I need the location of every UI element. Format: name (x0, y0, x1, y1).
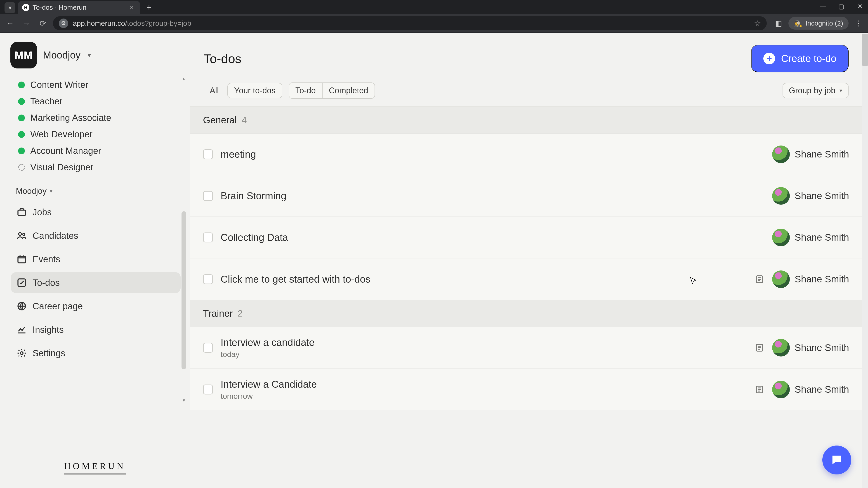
filter-status-pair: To-do Completed (289, 83, 375, 99)
url-text: app.homerun.co/todos?group-by=job (73, 19, 749, 28)
avatar (772, 187, 790, 205)
todo-row[interactable]: Click me to get started with to-dos Shan… (190, 258, 862, 300)
section-count: 2 (238, 308, 243, 319)
status-dot-icon (18, 148, 25, 154)
assignee[interactable]: Shane Smith (772, 229, 849, 246)
filter-todo[interactable]: To-do (289, 83, 322, 98)
section-title: Trainer (203, 308, 232, 319)
todo-checkbox[interactable] (203, 149, 213, 159)
section-count: 4 (242, 115, 247, 125)
todo-list: General 4 meeting Shane Smith Brain Stor… (190, 107, 862, 488)
nav-settings[interactable]: Settings (11, 343, 181, 363)
create-todo-button[interactable]: + Create to-do (751, 45, 848, 72)
assignee[interactable]: Shane Smith (772, 339, 849, 357)
forward-button[interactable]: → (20, 17, 33, 29)
filter-completed[interactable]: Completed (322, 83, 375, 98)
assignee[interactable]: Shane Smith (772, 187, 849, 205)
svg-rect-0 (18, 210, 26, 216)
intercom-launcher[interactable] (822, 446, 851, 475)
todo-row[interactable]: Interview a Candidate tomorrow Shane Smi… (190, 369, 862, 410)
status-dot-draft-icon (18, 164, 25, 171)
group-by-dropdown[interactable]: Group by job ▾ (782, 83, 848, 98)
todo-checkbox[interactable] (203, 232, 213, 242)
back-button[interactable]: ← (4, 17, 16, 29)
gear-icon (16, 348, 27, 359)
note-icon[interactable] (754, 385, 765, 394)
plus-icon: + (763, 53, 775, 64)
job-label: Web Developer (30, 129, 92, 139)
briefcase-icon (16, 207, 27, 218)
nav-insights[interactable]: Insights (11, 319, 181, 340)
job-item-teacher[interactable]: Teacher (0, 93, 190, 109)
close-window-icon[interactable]: ✕ (856, 3, 864, 10)
scroll-up-icon[interactable]: ▴ (182, 76, 185, 82)
job-item-marketing-associate[interactable]: Marketing Associate (0, 109, 190, 126)
brand-wordmark: HOMERUN (64, 461, 125, 475)
assignee-name: Shane Smith (795, 232, 849, 243)
todo-checkbox[interactable] (203, 274, 213, 284)
assignee[interactable]: Shane Smith (772, 381, 849, 398)
status-dot-icon (18, 115, 25, 121)
browser-menu-icon[interactable]: ⋮ (853, 18, 864, 29)
job-label: Teacher (30, 96, 62, 106)
close-tab-icon[interactable]: × (130, 4, 134, 11)
address-bar[interactable]: ⚙ app.homerun.co/todos?group-by=job ☆ (53, 16, 767, 30)
todo-title: Brain Storming (221, 190, 286, 201)
job-label: Visual Designer (30, 162, 93, 172)
todo-checkbox[interactable] (203, 385, 213, 394)
nav-career-page[interactable]: Career page (11, 296, 181, 317)
job-list: ▴ Content Writer Teacher Marketing Assoc… (0, 76, 190, 175)
scroll-down-icon[interactable]: ▾ (183, 397, 185, 403)
site-info-icon[interactable]: ⚙ (59, 19, 68, 28)
minimize-icon[interactable]: — (819, 3, 827, 10)
assignee-name: Shane Smith (795, 149, 849, 160)
job-item-visual-designer[interactable]: Visual Designer (0, 159, 190, 175)
todo-checkbox[interactable] (203, 191, 213, 201)
new-tab-button[interactable]: + (144, 3, 154, 12)
incognito-indicator[interactable]: 🕵 Incognito (2) (788, 17, 848, 30)
note-icon[interactable] (754, 274, 765, 284)
job-item-content-writer[interactable]: Content Writer (0, 76, 190, 93)
assignee[interactable]: Shane Smith (772, 270, 849, 288)
avatar (772, 229, 790, 246)
filter-all[interactable]: All (204, 83, 225, 98)
sidebar-scrollbar[interactable]: ▾ (181, 150, 186, 403)
nav-candidates[interactable]: Candidates (11, 225, 181, 246)
assignee[interactable]: Shane Smith (772, 145, 849, 163)
maximize-icon[interactable]: ▢ (837, 3, 845, 10)
nav-jobs[interactable]: Jobs (11, 202, 181, 223)
avatar (772, 145, 790, 163)
org-switcher[interactable]: MM Moodjoy ▾ (0, 42, 190, 76)
job-item-web-developer[interactable]: Web Developer (0, 126, 190, 142)
sidebar-section-label: Moodjoy (16, 186, 46, 196)
job-item-account-manager[interactable]: Account Manager (0, 142, 190, 159)
svg-point-1 (19, 233, 22, 235)
sidebar-section-toggle[interactable]: Moodjoy ▾ (0, 175, 190, 200)
side-panel-icon[interactable]: ◧ (773, 18, 784, 29)
todo-row[interactable]: Brain Storming Shane Smith (190, 175, 862, 217)
section-header-general[interactable]: General 4 (190, 107, 862, 134)
tab-title: To-dos · Homerun (33, 4, 86, 11)
section-header-trainer[interactable]: Trainer 2 (190, 300, 862, 327)
todo-row[interactable]: Interview a candidate today Shane Smith (190, 327, 862, 369)
tab-search-button[interactable]: ▾ (4, 2, 16, 13)
filter-your-todos[interactable]: Your to-dos (227, 83, 282, 98)
note-icon[interactable] (754, 343, 765, 353)
nav-events[interactable]: Events (11, 249, 181, 269)
nav-label: To-dos (33, 278, 60, 288)
users-icon (16, 230, 27, 241)
todo-row[interactable]: meeting Shane Smith (190, 134, 862, 175)
incognito-icon: 🕵 (794, 20, 802, 27)
nav-todos[interactable]: To-dos (11, 272, 181, 293)
todo-title: meeting (221, 149, 256, 160)
avatar (772, 339, 790, 357)
status-dot-icon (18, 98, 25, 105)
browser-tab[interactable]: H To-dos · Homerun × (18, 1, 140, 14)
page-scrollbar[interactable] (862, 33, 868, 488)
todo-row[interactable]: Collecting Data Shane Smith (190, 217, 862, 258)
bookmark-star-icon[interactable]: ☆ (754, 19, 761, 28)
group-by-label: Group by job (789, 86, 835, 95)
reload-button[interactable]: ⟳ (37, 17, 49, 29)
todo-checkbox[interactable] (203, 343, 213, 353)
create-todo-label: Create to-do (781, 53, 836, 64)
